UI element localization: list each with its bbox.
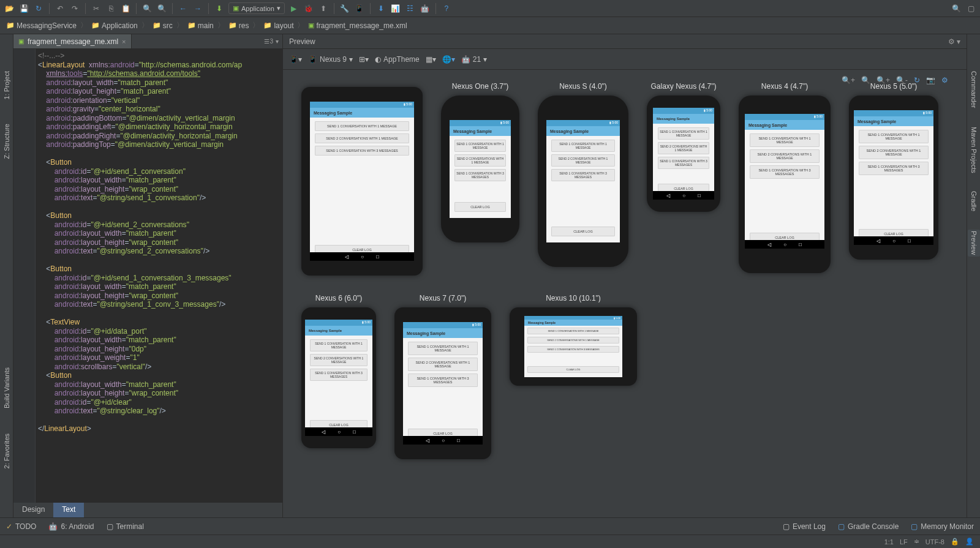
main-toolbar: 📂 💾 ↻ ↶ ↷ ✂ ⎘ 📋 🔍 🔍 ← → ⬇ ▣ Application … (0, 0, 980, 17)
tool-preview[interactable]: Preview (968, 230, 980, 256)
stop-icon[interactable]: 🔧 (339, 3, 350, 14)
inspector-icon[interactable]: 👤 (965, 538, 974, 546)
forward-icon[interactable]: → (192, 3, 203, 14)
run-icon[interactable]: ▶ (288, 3, 300, 14)
sdk-icon[interactable]: ⬇ (375, 3, 386, 14)
device-preview[interactable]: ▮ 5:00 Messaging Sample SEND 1 CONVERSAT… (301, 82, 423, 276)
zoom-out-icon[interactable]: 🔍- (896, 76, 908, 84)
locale-icon[interactable]: 🌐▾ (442, 55, 455, 64)
tool-commander[interactable]: Commander (970, 71, 978, 108)
refresh-icon[interactable]: ↻ (914, 76, 920, 84)
preview-panel: Preview ⚙ ▾ 📱▾ 📱 Nexus 9 ▾ ⊞▾ ◐ AppTheme… (283, 34, 967, 517)
back-icon[interactable]: ← (178, 3, 189, 14)
right-tool-strip: Commander Maven Projects Gradle Preview (967, 34, 980, 517)
sync-icon[interactable]: ↻ (33, 3, 44, 14)
tool-terminal[interactable]: ▢Terminal (107, 522, 144, 531)
device-preview[interactable]: Galaxy Nexus (4.7") ▮ 5:00 Messaging Sam… (647, 82, 720, 276)
dropdown-icon[interactable]: ▾ (276, 38, 279, 45)
screenshot-icon[interactable]: 📷 (926, 76, 935, 84)
debug-icon[interactable]: 🐞 (303, 3, 314, 14)
redo-icon[interactable]: ↷ (69, 3, 80, 14)
save-icon[interactable]: 💾 (18, 3, 29, 14)
tab-counter: ☰3 (264, 38, 273, 45)
device-preview[interactable]: Nexus 6 (6.0") ▮ 5:00 Messaging Sample S… (301, 294, 376, 459)
file-tab[interactable]: ▣ fragment_message_me.xml × (13, 34, 132, 48)
zoom-in2-icon[interactable]: 🔍+ (876, 76, 890, 84)
breadcrumb-item[interactable]: 📁Application (91, 21, 138, 30)
run-config-dropdown[interactable]: ▣ Application ▾ (228, 2, 285, 14)
open-icon[interactable]: 📂 (4, 3, 15, 14)
tool-structure[interactable]: Z: Structure (3, 124, 10, 159)
encoding[interactable]: UTF-8 (925, 538, 944, 546)
layout-icon[interactable]: ▦▾ (426, 55, 436, 64)
preview-toolbar: 📱▾ 📱 Nexus 9 ▾ ⊞▾ ◐ AppTheme ▦▾ 🌐▾ 🤖21▾ (283, 49, 967, 70)
api-selector[interactable]: 🤖21▾ (461, 55, 487, 64)
theme-selector[interactable]: ◐ AppTheme (375, 55, 420, 64)
config-icon[interactable]: ⊞▾ (359, 55, 369, 64)
status-bar: 1:1 LF ≑ UTF-8 🔒 👤 (0, 535, 980, 548)
help-icon[interactable]: ? (441, 3, 452, 14)
tool-project[interactable]: 1: Project (3, 71, 10, 99)
device-selector[interactable]: 📱 Nexus 9 ▾ (308, 55, 353, 64)
manager-icon[interactable]: ☷ (405, 3, 416, 14)
tool-gradle[interactable]: Gradle (970, 191, 978, 211)
device-preview[interactable]: Nexus 4 (4.7") ▮ 5:00 Messaging Sample S… (739, 82, 831, 276)
line-ending[interactable]: LF (900, 538, 908, 546)
cursor-position: 1:1 (884, 538, 894, 546)
preview-canvas: 🔍+ 🔍 🔍+ 🔍- ↻ 📷 ⚙ ▮ 5:00 Messaging Sample (283, 70, 967, 517)
paste-icon[interactable]: 📋 (120, 3, 131, 14)
tool-maven[interactable]: Maven Projects (970, 127, 978, 173)
android-icon[interactable]: 🤖 (420, 3, 431, 14)
xml-file-icon: ▣ (18, 38, 24, 45)
lock-icon[interactable]: 🔒 (951, 538, 959, 546)
cut-icon[interactable]: ✂ (91, 3, 102, 14)
breadcrumb-item[interactable]: 📁layout (263, 21, 293, 30)
breadcrumb-item[interactable]: 📁src (153, 21, 173, 30)
breadcrumb-item[interactable]: 📁res (228, 21, 249, 30)
avd-icon[interactable]: 📱 (354, 3, 365, 14)
editor-tab-bar: ▣ fragment_message_me.xml × ☰3 ▾ (13, 34, 282, 49)
device-preview[interactable]: Nexus One (3.7") ▮ 5:00 Messaging Sample… (441, 82, 519, 276)
zoom-in-icon[interactable]: 🔍+ (842, 76, 855, 84)
close-icon[interactable]: × (122, 38, 126, 45)
tab-design[interactable]: Design (13, 503, 53, 517)
find-icon[interactable]: 🔍 (141, 3, 153, 14)
user-icon[interactable]: ▢ (965, 3, 976, 14)
settings-icon[interactable]: ⚙ (941, 76, 948, 84)
tool-favorites[interactable]: 2: Favorites (3, 434, 10, 468)
footer-bar: ✓TODO 🤖6: Android ▢Terminal ▢Event Log ▢… (0, 517, 980, 535)
preview-header: Preview ⚙ ▾ (283, 34, 967, 49)
editor-bottom-tabs: Design Text (13, 503, 282, 517)
search-everywhere-icon[interactable]: 🔍 (951, 3, 962, 14)
make-icon[interactable]: ⬇ (214, 3, 225, 14)
device-preview[interactable]: Nexus S (4.0") ▮ 5:00 Messaging Sample S… (538, 82, 628, 276)
device-preview[interactable]: Nexus 7 (7.0") ▮ 5:00 Messaging Sample S… (394, 294, 491, 459)
breadcrumb-bar: 📁MessagingService〉 📁Application〉 📁src〉 📁… (0, 17, 980, 34)
monitor-icon[interactable]: 📊 (390, 3, 401, 14)
tool-todo[interactable]: ✓TODO (6, 522, 36, 531)
device-orientation-icon[interactable]: 📱▾ (289, 55, 302, 64)
tab-text[interactable]: Text (53, 503, 84, 517)
tool-memory-monitor[interactable]: ▢Memory Monitor (911, 522, 974, 531)
replace-icon[interactable]: 🔍 (156, 3, 167, 14)
gutter (13, 49, 36, 503)
tool-gradle-console[interactable]: ▢Gradle Console (838, 522, 899, 531)
breadcrumb-item[interactable]: 📁MessagingService (6, 21, 77, 30)
copy-icon[interactable]: ⎘ (105, 3, 116, 14)
undo-icon[interactable]: ↶ (55, 3, 66, 14)
attach-icon[interactable]: ⬆ (318, 3, 329, 14)
editor-panel: ▣ fragment_message_me.xml × ☰3 ▾ <!--...… (13, 34, 283, 517)
zoom-toolbar: 🔍+ 🔍 🔍+ 🔍- ↻ 📷 ⚙ (842, 76, 948, 84)
device-preview[interactable]: Nexus 5 (5.0") ▮ 5:00 Messaging Sample S… (849, 82, 938, 276)
gear-icon[interactable]: ⚙ ▾ (948, 37, 960, 46)
main-area: 1: Project Z: Structure Build Variants 2… (0, 34, 980, 517)
left-tool-strip: 1: Project Z: Structure Build Variants 2… (0, 34, 13, 517)
tool-build-variants[interactable]: Build Variants (3, 367, 10, 408)
tool-android[interactable]: 🤖6: Android (48, 522, 94, 531)
breadcrumb-item[interactable]: ▣fragment_message_me.xml (308, 21, 407, 30)
breadcrumb-item[interactable]: 📁main (187, 21, 214, 30)
code-editor[interactable]: <!--...--> <LinearLayout xmlns:android="… (13, 49, 282, 503)
zoom-reset-icon[interactable]: 🔍 (861, 76, 870, 84)
device-preview[interactable]: Nexus 10 (10.1") ▮ 5:00 Messaging Sample… (510, 294, 637, 459)
tool-event-log[interactable]: ▢Event Log (783, 522, 826, 531)
